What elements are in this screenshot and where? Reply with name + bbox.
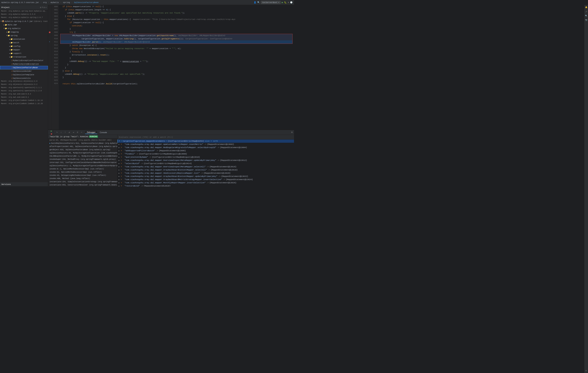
user-icon[interactable]: 👤 — [254, 1, 256, 4]
frame-item[interactable]: invoke:43, DelegatingMethodAccessorImpl … — [48, 174, 117, 177]
var-item[interactable]: ▶ ≡ "findAll" -> {Configuration$StrictMa… — [117, 152, 294, 156]
frame-item[interactable]: instantiate:154, SimpleInstantiationStra… — [48, 180, 117, 183]
folder-icon: 📁 — [10, 38, 13, 40]
resume-icon[interactable]: ▶ — [51, 130, 52, 132]
maven-item[interactable]: Maven: org.projectlombok:lombok:1.18.20 — [0, 102, 48, 106]
maven-item[interactable]: Maven: org.mybatis:mybatis-spring:2.0.7 — [0, 16, 48, 20]
frame-item[interactable]: invoke:0:-1, NativeMethodAccessorImpl (s… — [48, 167, 117, 171]
var-item[interactable]: ▶ ≡ "com.xiaohongshu.xray.dal.mapper.Mon… — [117, 181, 294, 184]
code-line: } — [60, 57, 293, 60]
expand-icon: ▶ — [119, 153, 120, 155]
more-icon[interactable]: ⋯ — [80, 131, 83, 134]
var-item[interactable]: ▶ ≡ "com.xiaohongshu.xray.dal.mapper.Xra… — [117, 178, 294, 181]
var-item[interactable]: ▶ ≡ "com.xiaohongshu.xray.dal.mapper.Red… — [117, 146, 294, 149]
frame-item[interactable]: invokeSuper:244, MethodProxy (org.spring… — [48, 158, 117, 161]
sidebar-gear-icon[interactable]: ⚙ — [44, 6, 45, 9]
var-item[interactable]: ▶ ≡ "com.xiaohongshu.xray.dal.mapper.Ove… — [117, 165, 294, 168]
tree-item-org[interactable]: ▼ 📁 org.mybatis — [0, 27, 48, 30]
var-value: {MappedStatement@13620} — [204, 172, 231, 174]
tree-item-spring[interactable]: ▼ 📁 spring — [0, 34, 48, 37]
frame-item[interactable]: intercept:331, ConfigurationClassEnhance… — [48, 161, 117, 164]
expand-icon: ▶ — [119, 179, 120, 181]
tree-item-annotation[interactable]: ▶ 📁 annotation — [0, 37, 48, 41]
frame-item[interactable]: invoke:62, NativeMethodAccessorImpl (sun… — [48, 171, 117, 174]
search-icon[interactable]: 🔍 — [257, 1, 260, 4]
tree-item-mybatissys[interactable]: J MyBatisSystemException — [0, 62, 48, 66]
tree-item-sqlutils[interactable]: J SqlSessionUtils — [0, 77, 48, 80]
filter-icon[interactable]: ⊟ — [291, 131, 293, 134]
code-editor[interactable]: if (this.mapperLocations != null) { if (… — [59, 5, 294, 130]
maven-item[interactable]: Maven: org.mybatis:mybatis:3.5.9 — [0, 13, 48, 16]
run-config[interactable]: CatServerBoot ▾ — [261, 1, 281, 4]
var-item[interactable]: ▶ ≡ "selectByUid" -> {Configuration$Stri… — [117, 162, 294, 165]
var-item[interactable]: ▶ ≡ "com.xiaohongshu.xray.dal.mapper.Xra… — [117, 175, 294, 178]
tab-debugger[interactable]: Debugger — [85, 131, 97, 134]
var-item[interactable]: ▶ ≡ "com.xiaohongshu.xray.dal.mapper.Ove… — [117, 159, 294, 162]
step-back-icon[interactable]: ↺ — [67, 131, 71, 134]
tree-item-meta[interactable]: ▶ 📁 META-INF — [0, 23, 48, 27]
tree-item-mybatisex[interactable]: J MyBatisExceptionTranslator — [0, 59, 48, 62]
frame-item[interactable]: getObject:633, SqlSessionFactoryBean (or… — [48, 148, 117, 151]
maven-item[interactable]: Maven: org.opentest4j:opentest4j:1.1.1 — [0, 87, 48, 90]
maven-item[interactable]: Maven: org.ow2.asm:asm:9.1 — [0, 96, 48, 99]
tree-label: SqlSessionHolder — [13, 70, 32, 72]
gutter-mark — [48, 8, 51, 11]
debug-toolbar: ↷ ↓ ↑ ↺ ⇥ ≡ ⋯ — [54, 130, 84, 135]
tree-item-sqlsession[interactable]: J SqlSessionFactoryBean — [0, 66, 48, 69]
run-icon[interactable]: ▶ — [282, 1, 283, 4]
expand-icon: ▶ — [9, 52, 10, 54]
step-into-icon[interactable]: ↓ — [59, 131, 63, 134]
var-item[interactable]: ▶ ≡ "restoreById" -> {MappedStatement@13… — [117, 184, 294, 186]
maven-item[interactable]: Maven: org.projectlombok:lombok:1.18.14 — [0, 99, 48, 102]
tree-item-transaction[interactable]: ▶ 📁 transaction — [0, 55, 48, 59]
maven-item[interactable]: Maven: org.opentest4j:opentest4j:1.2.0 — [0, 90, 48, 93]
tree-item-batch[interactable]: ▶ 📁 batch — [0, 41, 48, 44]
var-item[interactable]: ▶ ≡ "com.xiaohongshu.xray.dal.mapper.Xra… — [117, 168, 294, 171]
var-item-root[interactable]: ▼ ∞ targetConfiguration.mappedStatements… — [117, 140, 294, 143]
step-over-icon[interactable]: ↷ — [55, 131, 59, 134]
maven-item[interactable]: Maven: org.mybatis.spring.boot:mybatis-s… — [0, 10, 48, 13]
tree-item-config[interactable]: ▶ 📁 config — [0, 44, 48, 48]
map-icon: ≡ — [121, 182, 122, 184]
tree-item-root[interactable]: ▼ 📦 mybatis-spring-2.0.7.jar library roo… — [0, 20, 48, 23]
sidebar-settings-icon[interactable]: ⚙ — [40, 6, 41, 9]
frame-item[interactable]: instantiate:653, ConstructorResolver (or… — [48, 183, 117, 186]
tree-label: mapper — [13, 49, 20, 51]
gutter: ⬤ ➤ — [48, 5, 51, 130]
maven-item[interactable]: Maven: org.ow2.asm:asm:5.0.4 — [0, 93, 48, 96]
run-cursor-icon[interactable]: ⇥ — [72, 131, 75, 134]
map-icon: ≡ — [121, 185, 122, 186]
clock-icon[interactable]: 🕐 — [290, 1, 293, 4]
frame-item[interactable]: CGLIB$sqlSessionFactory$0:-1, MySQLStora… — [48, 154, 117, 158]
frame-item[interactable]: parse:94, XMLMapperBuilder (org.apache.i… — [48, 139, 117, 142]
frame-item[interactable]: sqlSessionFactory:-1, MySQLStorageConfig… — [48, 164, 117, 167]
frame-item[interactable]: afterPropertiesSet:491, SqlSessionFactor… — [48, 145, 117, 148]
frame-item[interactable]: ▶ buildSqlSessionFactory:611, SqlSession… — [48, 142, 117, 145]
tree-item-support[interactable]: ▶ 📁 support — [0, 52, 48, 55]
tree-item-sqlholder[interactable]: J SqlSessionHolder — [0, 69, 48, 73]
frame-item[interactable]: invoke:498, Method (java.lang.reflect) — [48, 177, 117, 180]
frame-item[interactable]: sqlSessionFactory:45, MySQLStorageConfig… — [48, 151, 117, 154]
maven-item[interactable]: Maven: org.objenesis:objenesis:2.6 — [0, 80, 48, 83]
var-item[interactable]: ▶ ≡ "addSupportedFiltersButch" -> {Mappe… — [117, 149, 294, 152]
folder-icon: 📁 — [8, 31, 10, 33]
tree-item-mapper[interactable]: ▶ 📁 mapper — [0, 48, 48, 52]
tree-item-sqltemplate[interactable]: J SqlSessionTemplate — [0, 73, 48, 77]
var-name: "com.xiaohongshu.xray.dal.mapper.XrayDas… — [122, 169, 207, 171]
step-out-icon[interactable]: ↑ — [63, 131, 67, 134]
sidebar-collapse-icon[interactable]: ≡ — [42, 6, 43, 9]
tab-console[interactable]: Console — [98, 131, 109, 134]
var-value: {MappedStatement@13622} — [221, 175, 248, 177]
var-item[interactable]: ▶ ≡ "queryContentByName" -> {Configurati… — [117, 156, 294, 159]
var-item[interactable]: ▶ ≡ "com.xiaohongshu.xray.dal.mapper.Vms… — [117, 171, 294, 175]
folder-icon: 📁 — [10, 45, 13, 47]
sidebar-menu-icon[interactable]: ⋯ — [45, 6, 46, 9]
stop-icon[interactable]: ⏹ — [51, 133, 52, 135]
var-item[interactable]: ▶ ≡ "com.xiaohongshu.xray.dal.mapper.Apm… — [117, 143, 294, 146]
eval-icon[interactable]: ≡ — [76, 131, 79, 134]
maven-item[interactable]: Maven: org.objenesis:objenesis:3.2 — [0, 83, 48, 87]
tree-item-logging[interactable]: ▶ 📁 logging — [0, 30, 48, 34]
vars-content[interactable]: ▼ ∞ targetConfiguration.mappedStatements… — [117, 140, 294, 186]
debug-icon[interactable]: 🐛 — [284, 1, 287, 4]
settings-icon[interactable]: ⚙ — [288, 1, 289, 4]
